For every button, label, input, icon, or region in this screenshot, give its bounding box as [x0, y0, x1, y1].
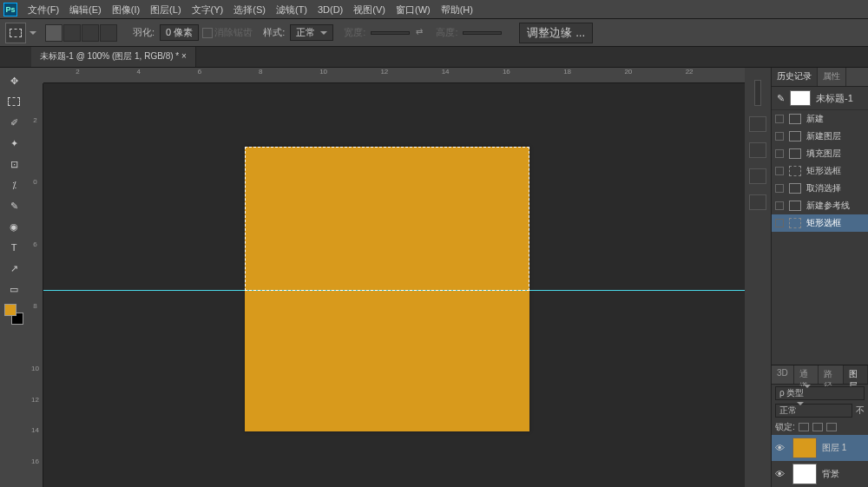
tab-paths[interactable]: 路径: [819, 365, 843, 384]
path-tool[interactable]: ↗: [4, 259, 23, 278]
history-item[interactable]: 矩形选框: [772, 214, 868, 232]
expand-grip-icon[interactable]: [754, 80, 761, 106]
snapshot-name: 未标题-1: [816, 92, 853, 105]
tool-bar: ✥ ✐ ✦ ⊡ ⁒ ✎ ◉ T ↗ ▭: [0, 68, 28, 487]
shape-tool[interactable]: ▭: [4, 280, 23, 299]
menu-edit[interactable]: 编辑(E): [64, 0, 107, 19]
mode-subtract[interactable]: [82, 24, 99, 42]
antialias-checkbox: 消除锯齿: [202, 26, 253, 39]
clone-tool[interactable]: ◉: [4, 217, 23, 236]
type-tool[interactable]: T: [4, 238, 23, 257]
dock-button-styles[interactable]: [749, 168, 766, 184]
lock-pixel-icon[interactable]: [812, 423, 823, 431]
history-item[interactable]: 新建: [772, 110, 868, 128]
width-label: 宽度:: [344, 26, 365, 39]
visibility-icon[interactable]: 👁: [775, 469, 787, 479]
tab-channels[interactable]: 通道: [794, 365, 819, 384]
menu-bar: Ps 文件(F) 编辑(E) 图像(I) 图层(L) 文字(Y) 选择(S) 滤…: [0, 0, 868, 19]
height-input: [463, 31, 502, 35]
history-item[interactable]: 填充图层: [772, 145, 868, 162]
feather-label: 羽化:: [133, 26, 155, 39]
style-label: 样式:: [263, 26, 285, 39]
mode-new[interactable]: [45, 24, 62, 42]
mode-add[interactable]: [63, 24, 81, 42]
color-swatches[interactable]: [4, 304, 23, 325]
work-area: ✥ ✐ ✦ ⊡ ⁒ ✎ ◉ T ↗ ▭ 246810121416182022 2…: [0, 68, 868, 487]
width-input: [371, 31, 410, 35]
app-icon: Ps: [3, 3, 17, 16]
history-item[interactable]: 矩形选框: [772, 162, 868, 180]
history-list: 新建新建图层填充图层矩形选框取消选择新建参考线矩形选框: [772, 110, 868, 365]
lock-transparent-icon[interactable]: [799, 423, 809, 431]
blend-mode-select[interactable]: 正常: [775, 404, 852, 418]
document-tab-bar: 未标题-1 @ 100% (图层 1, RGB/8) * ×: [0, 47, 868, 68]
foreground-color[interactable]: [4, 304, 16, 316]
dock-button-swatches[interactable]: [749, 142, 766, 158]
history-snapshot[interactable]: ✎ 未标题-1: [772, 87, 868, 110]
style-select[interactable]: 正常: [290, 24, 333, 41]
menu-file[interactable]: 文件(F): [23, 0, 64, 19]
layers-panel-header: 3D 通道 路径 图层: [772, 365, 868, 385]
snapshot-thumb: [790, 90, 811, 106]
tool-preset-dropdown-icon[interactable]: [30, 31, 36, 35]
lasso-tool[interactable]: ✐: [4, 113, 23, 132]
history-item[interactable]: 取消选择: [772, 180, 868, 197]
layer-row[interactable]: 👁背景: [772, 461, 868, 487]
lock-position-icon[interactable]: [826, 423, 837, 431]
right-panels: 历史记录 属性 ✎ 未标题-1 新建新建图层填充图层矩形选框取消选择新建参考线矩…: [771, 68, 868, 487]
layer-name: 背景: [822, 468, 839, 480]
tab-history[interactable]: 历史记录: [772, 68, 818, 86]
mode-intersect[interactable]: [100, 24, 117, 42]
menu-image[interactable]: 图像(I): [107, 0, 145, 19]
tab-3d[interactable]: 3D: [772, 365, 794, 384]
layer-list: 👁图层 1👁背景: [772, 435, 868, 487]
menu-layer[interactable]: 图层(L): [145, 0, 186, 19]
chevron-down-icon: [320, 31, 327, 35]
eyedropper-tool[interactable]: ⁒: [4, 175, 23, 194]
history-panel-header: 历史记录 属性: [772, 68, 868, 87]
ruler-vertical[interactable]: 206810121416: [28, 83, 43, 487]
move-tool[interactable]: ✥: [4, 71, 23, 90]
menu-help[interactable]: 帮助(H): [436, 0, 478, 19]
menu-type[interactable]: 文字(Y): [187, 0, 229, 19]
feather-input[interactable]: 0 像素: [160, 24, 199, 41]
lock-row: 锁定:: [772, 419, 868, 435]
wand-tool[interactable]: ✦: [4, 134, 23, 153]
collapsed-dock: [745, 68, 771, 487]
document-canvas[interactable]: [245, 147, 529, 431]
crop-tool[interactable]: ⊡: [4, 155, 23, 174]
options-bar: 羽化: 0 像素 消除锯齿 样式: 正常 宽度: ⇄ 高度: 调整边缘 ...: [0, 19, 868, 47]
refine-edge-button[interactable]: 调整边缘 ...: [519, 23, 593, 43]
menu-view[interactable]: 视图(V): [348, 0, 391, 19]
ruler-horizontal[interactable]: 246810121416182022: [43, 68, 745, 83]
brush-tool[interactable]: ✎: [4, 196, 23, 215]
visibility-icon[interactable]: 👁: [775, 443, 787, 453]
selection-mode-group: [45, 24, 117, 42]
layer-filter-select[interactable]: ρ 类型: [775, 386, 865, 400]
menu-window[interactable]: 窗口(W): [391, 0, 436, 19]
marquee-tool[interactable]: [4, 92, 23, 111]
active-tool-slot[interactable]: [5, 23, 26, 43]
menu-3d[interactable]: 3D(D): [312, 0, 348, 19]
tab-layers[interactable]: 图层: [844, 365, 868, 384]
snapshot-brush-icon: ✎: [777, 93, 785, 104]
marquee-icon: [10, 29, 22, 37]
ruler-corner: [28, 68, 43, 83]
history-item[interactable]: 新建图层: [772, 128, 868, 145]
height-label: 高度:: [436, 26, 457, 39]
menu-select[interactable]: 选择(S): [228, 0, 271, 19]
document-tab[interactable]: 未标题-1 @ 100% (图层 1, RGB/8) * ×: [31, 47, 196, 67]
dock-button-adjust[interactable]: [749, 194, 766, 210]
dock-button-brush[interactable]: [749, 116, 766, 132]
layer-row[interactable]: 👁图层 1: [772, 435, 868, 461]
layer-thumb: [792, 464, 817, 484]
opacity-label: 不: [856, 405, 865, 417]
tab-properties[interactable]: 属性: [818, 68, 846, 86]
canvas-area[interactable]: 246810121416182022 206810121416: [28, 68, 745, 487]
horizontal-guide[interactable]: [43, 290, 745, 291]
layer-thumb: [792, 438, 817, 458]
menu-filter[interactable]: 滤镜(T): [271, 0, 312, 19]
layers-panel: 3D 通道 路径 图层 ρ 类型 正常 不 锁定: 👁图层 1👁背景: [772, 365, 868, 487]
swap-wh-icon: ⇄: [413, 27, 425, 39]
history-item[interactable]: 新建参考线: [772, 197, 868, 214]
